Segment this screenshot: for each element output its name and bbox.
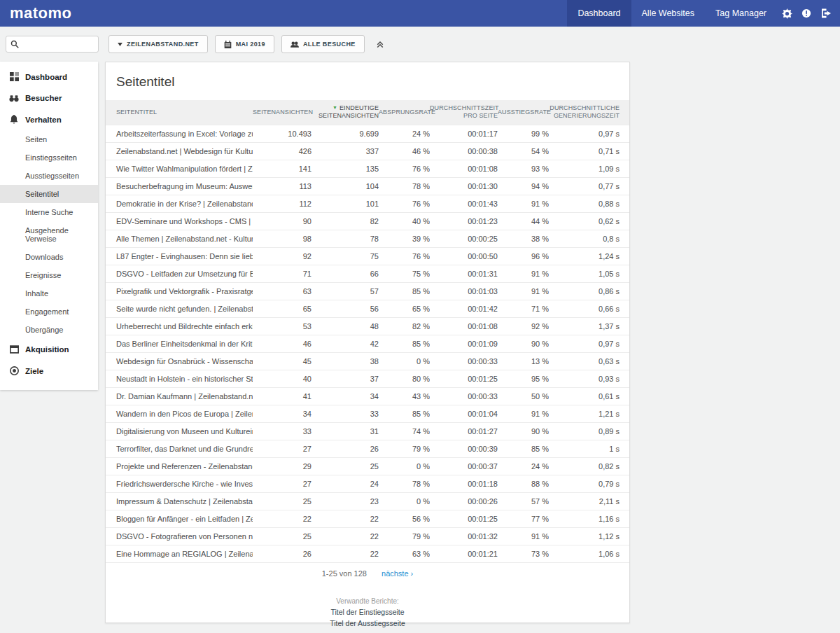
column-header-eindeutige-seitenansichten[interactable]: ▼EINDEUTIGE SEITENANSICHTEN	[312, 100, 379, 125]
metric-cell: 44 %	[498, 212, 549, 230]
nav-tab-tag-manager[interactable]: Tag Manager	[705, 0, 777, 27]
sidebar-subitem-ausgehende-verweise[interactable]: Ausgehende Verweise	[0, 221, 98, 248]
table-row[interactable]: EDV-Seminare und Workshops - CMS | Micro…	[106, 212, 629, 230]
column-header-seitentitel[interactable]: SEITENTITEL	[106, 100, 253, 125]
period-selector-button[interactable]: MAI 2019	[215, 35, 274, 53]
table-row[interactable]: Digitalisierung von Museen und Kulturein…	[106, 422, 629, 440]
metric-cell: 22	[312, 545, 379, 562]
page-title-cell[interactable]: Urheberrecht und Bildrechte einfach erkl…	[106, 317, 253, 335]
column-header-ausstiegsrate[interactable]: AUSSTIEGSRATE	[498, 100, 549, 125]
column-header-durchschnittszeit-pro-seite[interactable]: DURCHSCHNITTSZEIT PRO SEITE	[430, 100, 498, 125]
page-title-cell[interactable]: Besucherbefragung im Museum: Auswertung …	[106, 177, 253, 195]
sidebar-subitem-seiten[interactable]: Seiten	[0, 130, 98, 148]
table-row[interactable]: Demokratie in der Krise? | Zeilenabstand…	[106, 195, 629, 212]
page-title-cell[interactable]: Eine Hommage an REGIALOG | Zeilenabstand…	[106, 545, 253, 562]
table-row[interactable]: Eine Hommage an REGIALOG | Zeilenabstand…	[106, 545, 629, 562]
sidebar-subitem-einstiegsseiten[interactable]: Einstiegsseiten	[0, 148, 98, 167]
sidebar-subitem-seitentitel[interactable]: Seitentitel	[0, 185, 98, 203]
sidebar-item-ziele[interactable]: Ziele	[0, 360, 98, 382]
page-title-cell[interactable]: Terrorfilter, das Darknet und die Grundr…	[106, 440, 253, 457]
related-report-link-exit-page-titles[interactable]: Titel der Ausstiegsseite	[106, 618, 629, 629]
metric-cell: 0,89 s	[549, 422, 629, 440]
table-row[interactable]: Terrorfilter, das Darknet und die Grundr…	[106, 440, 629, 457]
pagination-next-link[interactable]: nächste ›	[382, 569, 413, 578]
page-title-cell[interactable]: Alle Themen | Zeilenabstand.net - Kultur…	[106, 230, 253, 247]
sidebar-item-dashboard[interactable]: Dashboard	[0, 66, 98, 88]
nav-tab-all-websites[interactable]: Alle Websites	[631, 0, 706, 27]
sidebar-subitem-ausstiegsseiten[interactable]: Ausstiegsseiten	[0, 167, 98, 185]
table-row[interactable]: DSGVO - Leitfaden zur Umsetzung für Blog…	[106, 265, 629, 282]
search-input[interactable]	[22, 40, 94, 48]
page-title-cell[interactable]: Seite wurde nicht gefunden. | Zeilenabst…	[106, 300, 253, 317]
collapse-selectors-icon[interactable]	[376, 40, 384, 48]
sidebar-item-verhalten[interactable]: Verhalten	[0, 109, 98, 130]
metric-cell: 77 %	[498, 510, 549, 527]
sidebar-subitem-engagement[interactable]: Engagement	[0, 302, 98, 321]
page-title-cell[interactable]: Bloggen für Anfänger - ein Leitfaden | Z…	[106, 510, 253, 527]
segment-selector-button[interactable]: ALLE BESUCHE	[281, 35, 365, 53]
table-row[interactable]: Das Berliner Einheitsdenkmal in der Krit…	[106, 335, 629, 352]
table-row[interactable]: Projekte und Referenzen - Zeilenabstand.…	[106, 457, 629, 475]
metric-cell: 00:01:21	[430, 545, 498, 562]
metric-cell: 13 %	[498, 352, 549, 370]
table-row[interactable]: Seite wurde nicht gefunden. | Zeilenabst…	[106, 300, 629, 317]
page-title-cell[interactable]: Zeilenabstand.net | Webdesign für Kultur…	[106, 142, 253, 160]
info-icon[interactable]	[797, 0, 816, 27]
sidebar-item-besucher[interactable]: Besucher	[0, 88, 98, 109]
table-row[interactable]: Wandern in den Picos de Europa | Zeilena…	[106, 405, 629, 422]
page-title-cell[interactable]: Demokratie in der Krise? | Zeilenabstand…	[106, 195, 253, 212]
sidebar-subitem-downloads[interactable]: Downloads	[0, 248, 98, 266]
metric-cell: 27	[253, 440, 312, 457]
table-row[interactable]: Urheberrecht und Bildrechte einfach erkl…	[106, 317, 629, 335]
page-title-cell[interactable]: EDV-Seminare und Workshops - CMS | Micro…	[106, 212, 253, 230]
page-title-cell[interactable]: Neustadt in Holstein - ein historischer …	[106, 370, 253, 387]
page-title-cell[interactable]: L87 Engter - Evinghausen: Denn sie liebe…	[106, 247, 253, 265]
table-row[interactable]: DSGVO - Fotografieren von Personen nach …	[106, 527, 629, 545]
sidebar-subitem-ereignisse[interactable]: Ereignisse	[0, 266, 98, 284]
page-title-cell[interactable]: DSGVO - Leitfaden zur Umsetzung für Blog…	[106, 265, 253, 282]
table-row[interactable]: Neustadt in Holstein - ein historischer …	[106, 370, 629, 387]
page-title-cell[interactable]: Webdesign für Osnabrück - Wissenschaft |…	[106, 352, 253, 370]
signout-icon[interactable]	[816, 0, 836, 27]
metric-cell: 53	[253, 317, 312, 335]
column-header-absprungsrate[interactable]: ABSPRUNGSRATE	[379, 100, 430, 125]
page-title-cell[interactable]: Projekte und Referenzen - Zeilenabstand.…	[106, 457, 253, 475]
table-row[interactable]: L87 Engter - Evinghausen: Denn sie liebe…	[106, 247, 629, 265]
page-title-cell[interactable]: Arbeitszeiterfassung in Excel: Vorlage z…	[106, 125, 253, 142]
metric-cell: 40	[253, 370, 312, 387]
page-title-cell[interactable]: Pixelgrafik und Vektorgrafik - Praxisrat…	[106, 282, 253, 300]
page-title-cell[interactable]: Das Berliner Einheitsdenkmal in der Krit…	[106, 335, 253, 352]
table-row[interactable]: Zeilenabstand.net | Webdesign für Kultur…	[106, 142, 629, 160]
table-row[interactable]: Besucherbefragung im Museum: Auswertung …	[106, 177, 629, 195]
metric-cell: 93 %	[498, 160, 549, 177]
page-title-cell[interactable]: Friedrichswerdersche Kirche - wie Invest…	[106, 475, 253, 492]
table-row[interactable]: Impressum & Datenschutz | Zeilenabstand.…	[106, 492, 629, 510]
metric-cell: 98	[253, 230, 312, 247]
page-title-cell[interactable]: DSGVO - Fotografieren von Personen nach …	[106, 527, 253, 545]
table-row[interactable]: Webdesign für Osnabrück - Wissenschaft |…	[106, 352, 629, 370]
nav-tab-dashboard[interactable]: Dashboard	[567, 0, 631, 27]
column-header-durchschnittliche-generierungszeit[interactable]: DURCHSCHNITTLICHE GENERIERUNGSZEIT	[549, 100, 629, 125]
settings-icon[interactable]	[777, 0, 797, 27]
page-title-cell[interactable]: Digitalisierung von Museen und Kulturein…	[106, 422, 253, 440]
column-header-seitenansichten[interactable]: SEITENANSICHTEN	[253, 100, 312, 125]
page-title-cell[interactable]: Dr. Damian Kaufmann | Zeilenabstand.net …	[106, 387, 253, 405]
table-row[interactable]: Dr. Damian Kaufmann | Zeilenabstand.net …	[106, 387, 629, 405]
sidebar-subitem-inhalte[interactable]: Inhalte	[0, 284, 98, 302]
table-row[interactable]: Wie Twitter Wahlmanipulation fördert | Z…	[106, 160, 629, 177]
page-title-cell[interactable]: Impressum & Datenschutz | Zeilenabstand.…	[106, 492, 253, 510]
page-title-cell[interactable]: Wie Twitter Wahlmanipulation fördert | Z…	[106, 160, 253, 177]
table-row[interactable]: Alle Themen | Zeilenabstand.net - Kultur…	[106, 230, 629, 247]
table-row[interactable]: Pixelgrafik und Vektorgrafik - Praxisrat…	[106, 282, 629, 300]
sidebar-subitem-interne-suche[interactable]: Interne Suche	[0, 203, 98, 221]
table-row[interactable]: Arbeitszeiterfassung in Excel: Vorlage z…	[106, 125, 629, 142]
table-row[interactable]: Bloggen für Anfänger - ein Leitfaden | Z…	[106, 510, 629, 527]
table-row[interactable]: Friedrichswerdersche Kirche - wie Invest…	[106, 475, 629, 492]
related-report-link-entry-page-titles[interactable]: Titel der Einstiegsseite	[106, 606, 629, 618]
metric-cell: 94 %	[498, 177, 549, 195]
site-selector-button[interactable]: ZEILENABSTAND.NET	[108, 35, 208, 53]
sidebar-item-akquisition[interactable]: Akquisition	[0, 339, 98, 360]
sidebar-subitem--berg-nge[interactable]: Übergänge	[0, 321, 98, 339]
page-title-cell[interactable]: Wandern in den Picos de Europa | Zeilena…	[106, 405, 253, 422]
matomo-logo[interactable]: matomo	[0, 0, 72, 27]
